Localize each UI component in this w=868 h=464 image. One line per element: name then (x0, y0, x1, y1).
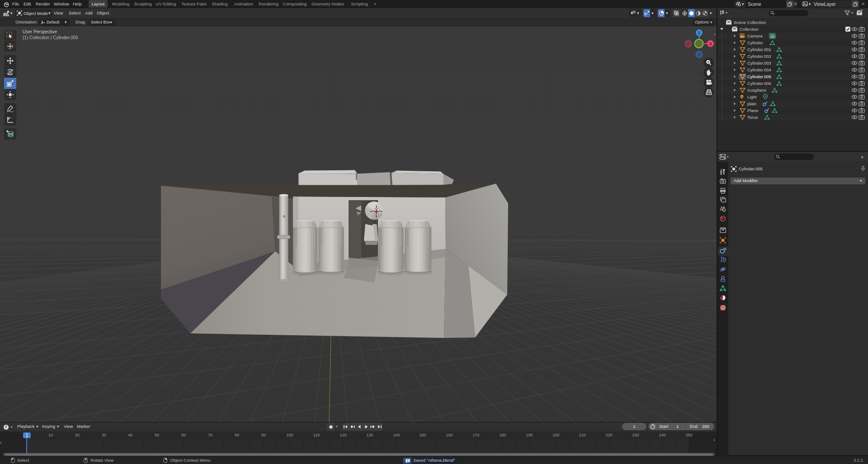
svg-text:X: X (709, 42, 712, 46)
svg-text:Z: Z (698, 31, 701, 35)
